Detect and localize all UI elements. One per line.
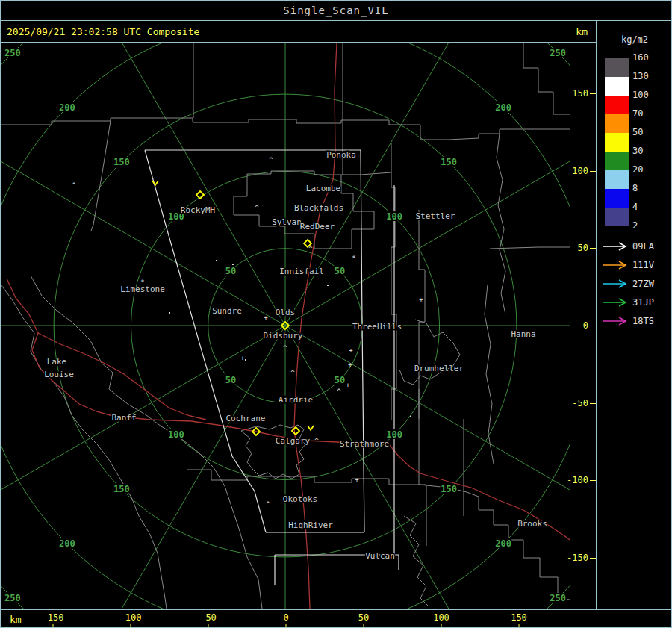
town-dot-icon bbox=[169, 312, 170, 314]
right-axis-tick bbox=[590, 558, 596, 559]
radar-legend-row: 18TS bbox=[603, 316, 670, 326]
city-label-louise: Louise bbox=[44, 370, 74, 379]
radar-site-diamond-icon bbox=[292, 427, 299, 435]
range-ring-label: 50 bbox=[225, 266, 236, 276]
legend-swatch bbox=[605, 114, 629, 133]
county-boundary bbox=[1, 285, 167, 609]
city-label-lacombe: Lacombe bbox=[306, 184, 340, 193]
town-marker-icon: ^ bbox=[337, 388, 341, 395]
window-title: Single_Scan_VIL bbox=[1, 1, 671, 21]
legend-swatch bbox=[605, 189, 629, 208]
bottom-axis: km -150-100-50050100150 bbox=[1, 609, 672, 628]
city-label-calgary: Calgary bbox=[276, 436, 311, 446]
city-label-hanna: Hanna bbox=[511, 329, 535, 339]
highway-line bbox=[7, 279, 113, 416]
range-ring-label: 200 bbox=[59, 102, 75, 113]
bottom-axis-unit-label: km bbox=[10, 614, 22, 625]
radar-app-window: Single_Scan_VIL 2025/09/21 23:02:58 UTC … bbox=[0, 0, 672, 628]
town-marker-icon: + bbox=[419, 296, 423, 303]
bottom-axis-tick bbox=[364, 624, 364, 628]
range-ring-label: 150 bbox=[441, 157, 457, 167]
legend-scale-label: 8 bbox=[632, 183, 638, 193]
county-boundary bbox=[247, 171, 391, 175]
city-label-vulcan: Vulcan bbox=[365, 551, 395, 561]
county-boundary bbox=[419, 389, 426, 546]
county-boundary bbox=[91, 121, 111, 231]
legend-swatch bbox=[605, 77, 629, 96]
town-marker-icon: + bbox=[240, 354, 245, 361]
bottom-axis-label: 100 bbox=[433, 612, 449, 623]
radar-arrow-icon bbox=[603, 261, 628, 270]
range-ring-label: 50 bbox=[225, 375, 236, 385]
town-marker-icon: ^ bbox=[314, 437, 319, 444]
town-marker-icon: + bbox=[346, 381, 350, 388]
town-dot-icon bbox=[410, 416, 411, 417]
range-ring-label: 50 bbox=[335, 375, 345, 385]
chevron-marker-icon bbox=[152, 181, 158, 185]
radar-arrow-icon bbox=[603, 279, 628, 288]
legend-swatch bbox=[605, 208, 629, 226]
legend-unit-label: kg/m2 bbox=[597, 34, 672, 45]
city-label-sylvan: Sylvan bbox=[272, 217, 302, 227]
county-boundary bbox=[419, 210, 425, 419]
bottom-axis-tick bbox=[53, 624, 54, 628]
town-dot-icon bbox=[232, 264, 234, 265]
bottom-axis-tick bbox=[131, 624, 131, 628]
radar-id-label: 09EA bbox=[632, 241, 654, 252]
bottom-axis-tick bbox=[286, 624, 287, 628]
legend-swatch bbox=[605, 58, 629, 77]
header-bar: 2025/09/21 23:02:58 UTC Composite km bbox=[1, 21, 595, 42]
legend-swatch bbox=[605, 133, 629, 152]
town-marker-icon: * bbox=[140, 279, 144, 286]
county-boundary bbox=[420, 125, 570, 140]
radar-id-label: 111V bbox=[632, 260, 654, 270]
legend-swatch bbox=[605, 96, 629, 114]
legend-panel: kg/m2 1601301007050302084209EA111V27ZW31… bbox=[596, 21, 672, 609]
range-ring-label: 150 bbox=[113, 157, 130, 167]
legend-swatch bbox=[605, 170, 629, 189]
range-ring-label: 200 bbox=[495, 538, 511, 549]
radar-map[interactable]: 5010015020025050100150200250501001502002… bbox=[1, 43, 570, 609]
city-label-airdrie: Airdrie bbox=[279, 395, 313, 405]
radar-legend-row: 27ZW bbox=[603, 279, 670, 289]
scan-timestamp: 2025/09/21 23:02:58 UTC Composite bbox=[7, 26, 199, 37]
city-label-cochrane: Cochrane bbox=[226, 414, 266, 423]
legend-scale-label: 20 bbox=[632, 164, 643, 175]
scan-sector-line bbox=[361, 150, 364, 532]
city-label-reddeer: RedDeer bbox=[300, 222, 335, 231]
bottom-axis-label: 50 bbox=[358, 612, 369, 623]
legend-swatch bbox=[605, 152, 629, 170]
right-axis-label: -50 bbox=[572, 398, 588, 408]
town-marker-icon: ^ bbox=[255, 204, 259, 211]
right-axis: 150100500-50-100-150 bbox=[570, 43, 596, 609]
city-label-brooks: Brooks bbox=[517, 519, 547, 529]
city-label-banff: Banff bbox=[111, 413, 136, 423]
right-axis-tick bbox=[590, 93, 596, 94]
city-label-stettler: Stettler bbox=[416, 211, 455, 221]
radar-legend-row: 111V bbox=[603, 260, 670, 270]
town-dot-icon bbox=[245, 359, 246, 361]
radar-arrow-icon bbox=[603, 298, 628, 307]
right-axis-label: 0 bbox=[583, 320, 588, 331]
radar-id-label: 31JP bbox=[632, 297, 654, 308]
radar-legend-row: 09EA bbox=[603, 241, 670, 252]
town-marker-icon: ^ bbox=[72, 181, 76, 189]
bottom-axis-label: -50 bbox=[200, 612, 217, 623]
city-label-rockymh: RockyMH bbox=[181, 205, 215, 215]
city-label-threehills: ThreeHills bbox=[352, 322, 402, 332]
map-right-border bbox=[570, 43, 570, 609]
right-axis-tick bbox=[590, 403, 596, 404]
legend-scale-label: 160 bbox=[632, 52, 649, 63]
range-ring-label: 250 bbox=[550, 48, 566, 58]
town-marker-icon: + bbox=[349, 346, 353, 354]
bottom-axis-tick bbox=[519, 624, 520, 628]
range-ring-label: 100 bbox=[168, 429, 184, 440]
city-label-sundre: Sundre bbox=[212, 306, 242, 316]
county-boundary bbox=[419, 485, 570, 600]
bottom-axis-label: 0 bbox=[283, 612, 288, 623]
county-boundary bbox=[1, 118, 193, 125]
city-label-didsbury: Didsbury bbox=[264, 331, 303, 341]
county-boundary bbox=[497, 134, 505, 314]
range-ring-label: 250 bbox=[4, 48, 21, 58]
county-boundary bbox=[485, 285, 494, 464]
